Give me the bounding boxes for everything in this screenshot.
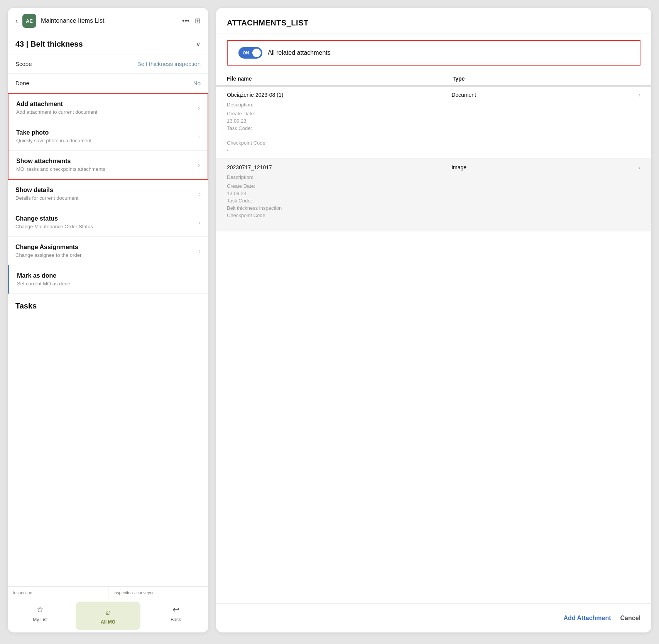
att-details-2: Description: Create Date: 13.09.23 Task … [227, 174, 640, 226]
nav-my-list[interactable]: ☆ My List [8, 599, 73, 632]
chevron-right-icon: › [639, 92, 640, 98]
change-assignments-title: Change Assignments [15, 244, 199, 251]
ticker-item-1: inspection [8, 587, 108, 599]
chevron-down-icon: ∨ [196, 40, 201, 48]
create-date-value-2: 13.09.23 [227, 191, 640, 196]
grid-icon[interactable]: ⊞ [195, 17, 201, 25]
toggle-on-label: ON [240, 51, 249, 55]
right-footer: Add Attachment Cancel [216, 604, 651, 632]
cancel-button[interactable]: Cancel [620, 612, 640, 625]
att-filename-1: Obciążenie 2023-08 (1) [227, 92, 451, 98]
take-photo-subtitle: Quickly save photo in a document [16, 138, 198, 143]
right-panel: ATTACHMENTS_LIST ON All related attachme… [216, 8, 651, 632]
back-button[interactable]: ‹ [15, 17, 18, 25]
show-details-title: Show details [15, 187, 199, 194]
chevron-right-icon: › [198, 133, 200, 140]
checkpoint-code-value-1: - [227, 147, 640, 153]
nav-all-mo-label: All MO [101, 619, 115, 625]
done-row: Done No [8, 74, 208, 93]
tasks-title: Tasks [15, 302, 201, 310]
att-type-2: Image [451, 164, 639, 170]
checkpoint-code-value-2: - [227, 220, 640, 226]
back-icon: ↩ [172, 605, 179, 615]
section-title-row[interactable]: 43 | Belt thickness ∨ [8, 34, 208, 54]
nav-all-mo[interactable]: ⌕ All MO [76, 602, 141, 630]
section-title: 43 | Belt thickness [15, 40, 196, 49]
search-icon: ⌕ [106, 607, 111, 617]
right-header: ATTACHMENTS_LIST [216, 8, 651, 34]
spacer [8, 314, 208, 586]
table-header: File name Type [216, 72, 651, 86]
header: ‹ AE Maintenance Items List ••• ⊞ [8, 8, 208, 34]
take-photo-title: Take photo [16, 129, 198, 136]
chevron-right-icon: › [199, 248, 201, 254]
checkpoint-code-label-1: Checkpoint Code: [227, 140, 640, 146]
task-code-label-2: Task Code: [227, 198, 640, 204]
scope-label: Scope [15, 61, 137, 67]
chevron-right-icon: › [198, 105, 200, 111]
add-attachment-title: Add attachment [16, 101, 198, 108]
more-icon[interactable]: ••• [182, 17, 189, 25]
show-attachments-subtitle: MO, tasks and checkpoints attachments [16, 166, 198, 172]
nav-back[interactable]: ↩ Back [143, 599, 208, 632]
left-panel: ‹ AE Maintenance Items List ••• ⊞ 43 | B… [8, 8, 208, 632]
toggle-switch[interactable]: ON [238, 47, 262, 59]
nav-my-list-label: My List [33, 617, 47, 622]
task-code-label-1: Task Code: [227, 125, 640, 131]
col-filename-header: File name [227, 76, 453, 82]
chevron-right-icon: › [198, 162, 200, 168]
take-photo-item[interactable]: Take photo Quickly save photo in a docum… [8, 122, 208, 151]
red-border-section: Add attachment Add attachment to current… [8, 93, 208, 180]
header-title: Maintenance Items List [41, 17, 177, 24]
change-status-subtitle: Change Maintenance Order Status [15, 224, 199, 229]
create-date-label-2: Create Date: [227, 183, 640, 189]
tasks-section: Tasks [8, 294, 208, 314]
create-date-value-1: 13.09.23 [227, 118, 640, 124]
add-attachment-item[interactable]: Add attachment Add attachment to current… [8, 94, 208, 122]
nav-divider [73, 603, 73, 629]
show-details-subtitle: Details for current document [15, 195, 199, 201]
add-attachment-button[interactable]: Add Attachment [564, 612, 611, 625]
description-label-1: Description: [227, 102, 640, 108]
toggle-row: ON All related attachments [227, 40, 640, 66]
scope-value: Belt thickness inspection [137, 61, 201, 67]
create-date-label-1: Create Date: [227, 111, 640, 116]
add-attachment-subtitle: Add attachment to current document [16, 109, 198, 115]
mark-done-title: Mark as done [17, 272, 201, 279]
scope-row: Scope Belt thickness inspection [8, 54, 208, 74]
change-status-item[interactable]: Change status Change Maintenance Order S… [8, 208, 208, 237]
mark-done-subtitle: Set current MO as done [17, 281, 201, 287]
chevron-right-icon: › [199, 219, 201, 226]
right-title: ATTACHMENTS_LIST [227, 19, 640, 27]
chevron-right-icon: › [639, 164, 640, 170]
avatar: AE [22, 14, 36, 28]
change-assignments-subtitle: Change assignee to the order [15, 252, 199, 258]
show-details-item[interactable]: Show details Details for current documen… [8, 180, 208, 208]
toggle-description: All related attachments [268, 49, 331, 56]
chevron-right-icon: › [199, 191, 201, 197]
attachment-row-1[interactable]: Obciążenie 2023-08 (1) Document › Descri… [216, 86, 651, 159]
col-type-header: Type [453, 76, 640, 82]
task-code-value-2: Belt thickness inspection [227, 205, 640, 211]
show-attachments-title: Show attachments [16, 158, 198, 165]
att-details-1: Description: Create Date: 13.09.23 Task … [227, 102, 640, 153]
toggle-knob [252, 49, 261, 57]
change-assignments-item[interactable]: Change Assignments Change assignee to th… [8, 237, 208, 265]
mark-done-item[interactable]: Mark as done Set current MO as done [8, 265, 208, 294]
task-code-value-1: - [227, 133, 640, 138]
show-attachments-item[interactable]: Show attachments MO, tasks and checkpoin… [8, 151, 208, 179]
checkpoint-code-label-2: Checkpoint Code: [227, 212, 640, 218]
ticker-item-2: inspection - conveyor [108, 587, 209, 599]
right-spacer [216, 231, 651, 604]
nav-back-label: Back [171, 617, 181, 622]
done-label: Done [15, 80, 193, 86]
header-icons: ••• ⊞ [182, 17, 201, 25]
done-value: No [193, 80, 201, 86]
bottom-nav: ☆ My List ⌕ All MO ↩ Back [8, 599, 208, 632]
attachment-row-2[interactable]: 20230717_121017 Image › Description: Cre… [216, 159, 651, 231]
change-status-title: Change status [15, 215, 199, 222]
bottom-ticker: inspection inspection - conveyor [8, 586, 208, 599]
description-label-2: Description: [227, 174, 640, 180]
att-filename-2: 20230717_121017 [227, 164, 451, 170]
star-icon: ☆ [36, 605, 44, 615]
